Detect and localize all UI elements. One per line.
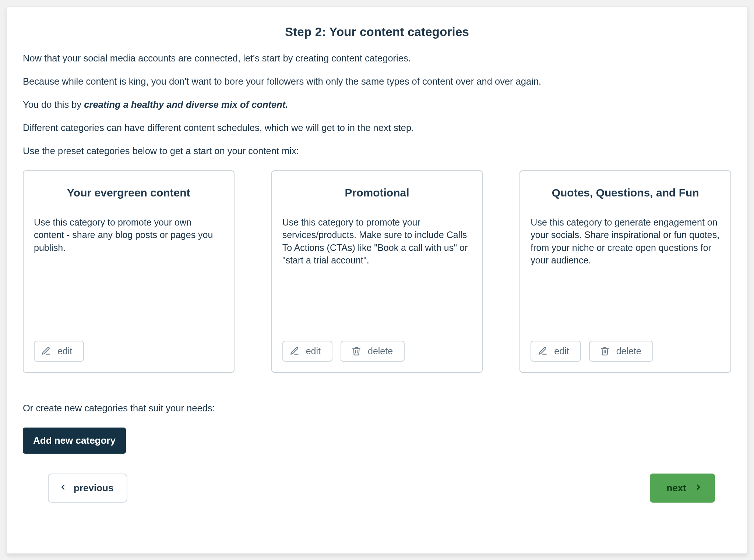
pencil-icon xyxy=(538,346,547,356)
next-label: next xyxy=(667,482,686,494)
intro-paragraph-4: Different categories can have different … xyxy=(23,121,731,135)
category-actions: edit delete xyxy=(531,341,720,362)
pencil-icon xyxy=(290,346,299,356)
edit-label: edit xyxy=(57,346,72,357)
delete-category-button[interactable]: delete xyxy=(341,341,405,362)
delete-category-button[interactable]: delete xyxy=(589,341,653,362)
category-description: Use this category to generate engagement… xyxy=(531,216,720,267)
next-button[interactable]: next xyxy=(650,474,715,503)
page-title: Step 2: Your content categories xyxy=(23,25,731,39)
chevron-right-icon xyxy=(694,482,702,494)
category-card-promotional: Promotional Use this category to promote… xyxy=(271,170,483,373)
category-card-quotes: Quotes, Questions, and Fun Use this cate… xyxy=(519,170,731,373)
category-title: Your evergreen content xyxy=(34,187,223,199)
edit-label: edit xyxy=(554,346,569,357)
intro-paragraph-3: You do this by creating a healthy and di… xyxy=(23,98,731,111)
intro-paragraph-3-emph: creating a healthy and diverse mix of co… xyxy=(84,99,288,110)
pencil-icon xyxy=(41,346,51,356)
intro-paragraph-1: Now that your social media accounts are … xyxy=(23,52,731,65)
category-title: Promotional xyxy=(282,187,472,199)
intro-paragraph-2: Because while content is king, you don't… xyxy=(23,75,731,88)
delete-label: delete xyxy=(616,346,641,357)
category-actions: edit xyxy=(34,341,223,362)
category-cards: Your evergreen content Use this category… xyxy=(23,170,731,373)
previous-label: previous xyxy=(74,482,113,494)
create-category-hint: Or create new categories that suit your … xyxy=(23,401,731,415)
category-title: Quotes, Questions, and Fun xyxy=(531,187,720,199)
delete-label: delete xyxy=(368,346,393,357)
intro-paragraph-5: Use the preset categories below to get a… xyxy=(23,144,731,158)
category-actions: edit delete xyxy=(282,341,472,362)
previous-button[interactable]: previous xyxy=(48,474,127,503)
category-description: Use this category to promote your own co… xyxy=(34,216,223,254)
add-category-button[interactable]: Add new category xyxy=(23,428,126,454)
wizard-nav: previous next xyxy=(23,474,731,503)
edit-label: edit xyxy=(306,346,321,357)
edit-category-button[interactable]: edit xyxy=(282,341,332,362)
onboarding-step-panel: Step 2: Your content categories Now that… xyxy=(6,6,748,554)
category-description: Use this category to promote your servic… xyxy=(282,216,472,267)
category-card-evergreen: Your evergreen content Use this category… xyxy=(23,170,235,373)
trash-icon xyxy=(600,346,610,356)
edit-category-button[interactable]: edit xyxy=(531,341,581,362)
edit-category-button[interactable]: edit xyxy=(34,341,84,362)
intro-paragraph-3-lead: You do this by xyxy=(23,99,84,110)
trash-icon xyxy=(352,346,361,356)
chevron-left-icon xyxy=(59,482,67,494)
